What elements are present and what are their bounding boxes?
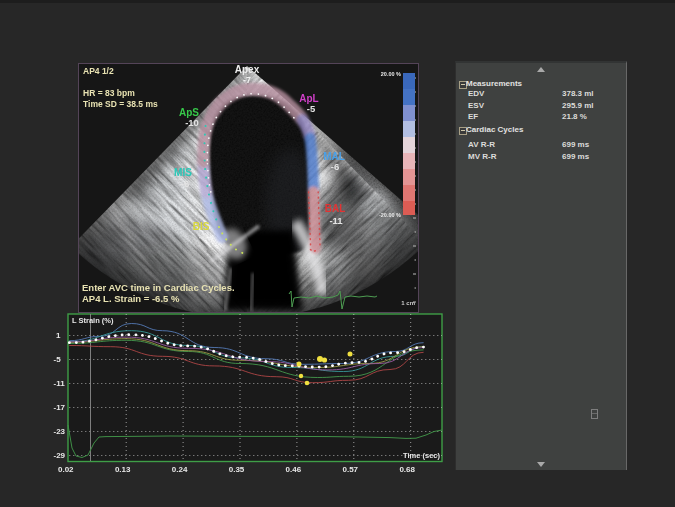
- svg-text:0.57: 0.57: [343, 465, 359, 474]
- svg-text:0.02: 0.02: [58, 465, 74, 474]
- svg-text:-5: -5: [307, 103, 316, 114]
- svg-text:1: 1: [56, 331, 61, 340]
- svg-text:Apex: Apex: [235, 64, 260, 75]
- svg-text:1 cm: 1 cm: [401, 300, 415, 306]
- svg-text:-4: -4: [199, 231, 208, 242]
- svg-text:0.24: 0.24: [172, 465, 188, 474]
- svg-text:0.68: 0.68: [399, 465, 415, 474]
- svg-text:-17: -17: [54, 403, 66, 412]
- svg-text:-10: -10: [185, 117, 199, 128]
- svg-text:Time (sec): Time (sec): [403, 451, 440, 460]
- svg-text:-11: -11: [329, 215, 343, 226]
- svg-text:-23: -23: [54, 427, 66, 436]
- svg-text:HR = 83 bpm: HR = 83 bpm: [83, 88, 135, 98]
- svg-text:-11: -11: [54, 379, 66, 388]
- svg-text:0.13: 0.13: [115, 465, 131, 474]
- svg-text:-6: -6: [181, 178, 189, 189]
- svg-text:-6: -6: [331, 161, 339, 172]
- svg-text:-5: -5: [54, 355, 62, 364]
- svg-text:-20.00 %: -20.00 %: [379, 212, 401, 218]
- svg-text:AP4 1/2: AP4 1/2: [83, 66, 114, 76]
- svg-text:20.00 %: 20.00 %: [381, 71, 401, 77]
- svg-text:-7: -7: [243, 75, 251, 85]
- svg-text:L Strain (%): L Strain (%): [72, 316, 114, 325]
- svg-text:MIS: MIS: [174, 167, 192, 178]
- svg-text:-29: -29: [54, 451, 66, 460]
- svg-text:Time SD = 38.5 ms: Time SD = 38.5 ms: [83, 99, 158, 109]
- svg-text:0.35: 0.35: [229, 465, 245, 474]
- svg-text:Enter AVC time in Cardiac Cycl: Enter AVC time in Cardiac Cycles.: [82, 282, 235, 293]
- svg-text:AP4 L. Strain = -6.5 %: AP4 L. Strain = -6.5 %: [82, 293, 180, 304]
- svg-text:BAL: BAL: [325, 203, 346, 214]
- svg-text:0.46: 0.46: [286, 465, 302, 474]
